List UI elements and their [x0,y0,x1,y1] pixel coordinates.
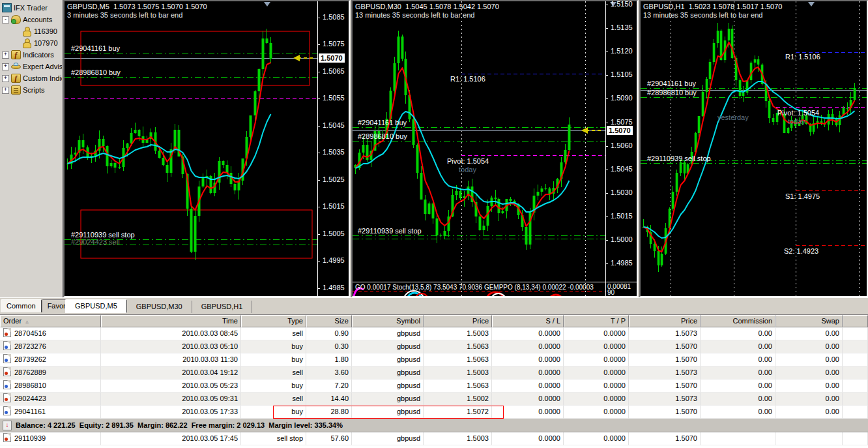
column-header-type[interactable]: Type [241,315,306,327]
order-price-cell: 1.5002 [424,393,492,406]
order-type-cell: buy [241,380,306,393]
order-price-cell: 1.5063 [424,340,492,353]
column-header-time[interactable]: Time [101,315,241,327]
order-size-cell: 7.20 [306,380,352,393]
order-sl-cell: 0.0000 [492,432,564,445]
order-tp-cell: 0.0000 [564,353,629,366]
navigator-item-label: Expert Advisors [23,63,62,70]
account-icon [22,27,32,36]
order-sl-cell: 0.0000 [492,327,564,340]
order-time-cell: 2010.03.03 11:30 [101,353,241,366]
order-id-cell: 29041161 [0,406,101,419]
tab-common[interactable]: Common [1,299,42,312]
expand-icon[interactable]: + [2,75,9,82]
order-sl-cell: 0.0000 [492,353,564,366]
scripts-icon [11,85,21,95]
expand-icon[interactable]: + [2,87,9,94]
navigator-item-indicators[interactable]: + ƒ Indicators [0,49,62,61]
navigator-item-platform[interactable]: IFX Trader [0,2,62,14]
order-time-cell: 2010.03.03 08:45 [101,327,241,340]
custom-indicators-icon: ƒ [11,74,21,83]
order-sl-cell: 0.0000 [492,340,564,353]
navigator-item-label: Scripts [23,86,45,94]
navigator-tabs: Common Favor [1,299,72,312]
order-type-cell: sell [241,393,306,406]
buy-order-icon [3,406,11,415]
filler-cell [843,340,868,353]
platform-icon [2,3,12,12]
chart-window-gbpusd-h1[interactable]: GBPUSD,H1 1.5023 1.5078 1.5017 1.5070 13… [639,0,868,297]
mt4-application-window: IFX Trader - Accounts 116390 107970 + ƒ … [0,0,868,448]
order-tp-cell: 0.0000 [564,327,629,340]
column-header-symbol[interactable]: Symbol [352,315,424,327]
order-commission-cell: 0.00 [701,393,775,406]
balance-row[interactable]: Balance: 4 221.25 Equity: 2 891.35 Margi… [0,419,868,432]
table-row[interactable]: 290244232010.03.05 09:31sell14.40gbpusd1… [0,393,868,406]
order-symbol-cell: gbpusd [352,380,424,393]
chart-tab-gbpusd-h1[interactable]: GBPUSD,H1 [192,301,253,313]
orders-table-body: 287045162010.03.03 08:45sell0.90gbpusd1.… [0,327,868,445]
sort-ascending-icon: ▵ [25,318,29,325]
column-header-filler [843,315,868,327]
navigator-item-label: 116390 [34,27,57,35]
table-row[interactable]: 291109392010.03.05 17:45sell stop57.60gb… [0,432,868,445]
buy-order-icon [3,341,11,350]
order-price2-cell: 1.5073 [629,327,701,340]
navigator-item-expert-advisors[interactable]: + Expert Advisors [0,61,62,72]
order-size-cell: 57.60 [306,432,352,445]
navigator-item-account-107970[interactable]: 107970 [0,37,62,49]
column-header-commission[interactable]: Commission [701,315,775,327]
balance-summary-text: Balance: 4 221.25 Equity: 2 891.35 Margi… [16,421,343,429]
navigator-item-account-116390[interactable]: 116390 [0,25,62,37]
sell-order-icon [3,393,11,402]
order-time-cell: 2010.03.05 05:23 [101,380,241,393]
table-row[interactable]: 289868102010.03.05 05:23buy7.20gbpusd1.5… [0,380,868,393]
order-type-cell: sell [241,327,306,340]
table-row[interactable]: 287045162010.03.03 08:45sell0.90gbpusd1.… [0,327,868,340]
table-row[interactable]: 287628892010.03.04 19:12sell3.60gbpusd1.… [0,366,868,380]
expand-icon[interactable]: + [2,52,9,59]
order-symbol-cell: gbpusd [352,340,424,353]
column-header-sl[interactable]: S / L [492,315,564,327]
column-header-tp[interactable]: T / P [564,315,629,327]
order-sl-cell: 0.0000 [492,380,564,393]
order-size-cell: 28.80 [306,406,352,419]
column-header-order[interactable]: Order▵ [0,315,101,327]
order-time-cell: 2010.03.03 05:10 [101,340,241,353]
balance-arrow-icon [3,421,12,430]
buy-order-icon [3,380,11,389]
order-time-cell: 2010.03.05 09:31 [101,393,241,406]
collapse-icon[interactable]: - [2,16,9,23]
order-type-cell: buy [241,353,306,366]
candlestick-plot [641,1,867,296]
order-symbol-cell: gbpusd [352,393,424,406]
order-price-cell: 1.5003 [424,366,492,380]
chart-window-gbpusd-m30[interactable]: GBPUSD,M30 1.5045 1.5078 1.5042 1.5070 1… [351,0,638,297]
expand-icon[interactable]: + [2,63,9,70]
order-tp-cell: 0.0000 [564,340,629,353]
column-header-swap[interactable]: Swap [775,315,843,327]
table-row[interactable]: 287232762010.03.03 05:10buy0.30gbpusd1.5… [0,340,868,353]
order-sl-cell: 0.0000 [492,393,564,406]
sell-order-icon [3,367,11,376]
chart-tab-gbpusd-m5[interactable]: GBPUSD,M5 [65,299,127,313]
order-price-cell: 1.5063 [424,380,492,393]
table-row[interactable]: 287392622010.03.03 11:30buy1.80gbpusd1.5… [0,353,868,366]
order-id-cell: 28739262 [0,353,101,366]
order-id-cell: 29110939 [0,432,101,445]
table-row[interactable]: 290411612010.03.05 17:33buy28.80gbpusd1.… [0,406,868,419]
order-price2-cell: 1.5070 [629,432,701,445]
column-header-price-open[interactable]: Price [424,315,492,327]
chart-tab-gbpusd-m30[interactable]: GBPUSD,M30 [127,301,192,313]
filler-cell [843,380,868,393]
navigator-item-custom-indicators[interactable]: + ƒ Custom Indicators [0,72,62,84]
order-size-cell: 1.80 [306,353,352,366]
navigator-item-scripts[interactable]: + Scripts [0,84,62,96]
order-time-cell: 2010.03.05 17:33 [101,406,241,419]
column-header-size[interactable]: Size [306,315,352,327]
chart-window-gbpusd-m5[interactable]: #29024423 sell GBPUSD,M5 1.5073 1.5075 1… [63,0,350,297]
navigator-panel: IFX Trader - Accounts 116390 107970 + ƒ … [0,0,63,297]
navigator-item-accounts[interactable]: - Accounts [0,14,62,25]
order-tp-cell: 0.0000 [564,380,629,393]
column-header-price-current[interactable]: Price [629,315,701,327]
